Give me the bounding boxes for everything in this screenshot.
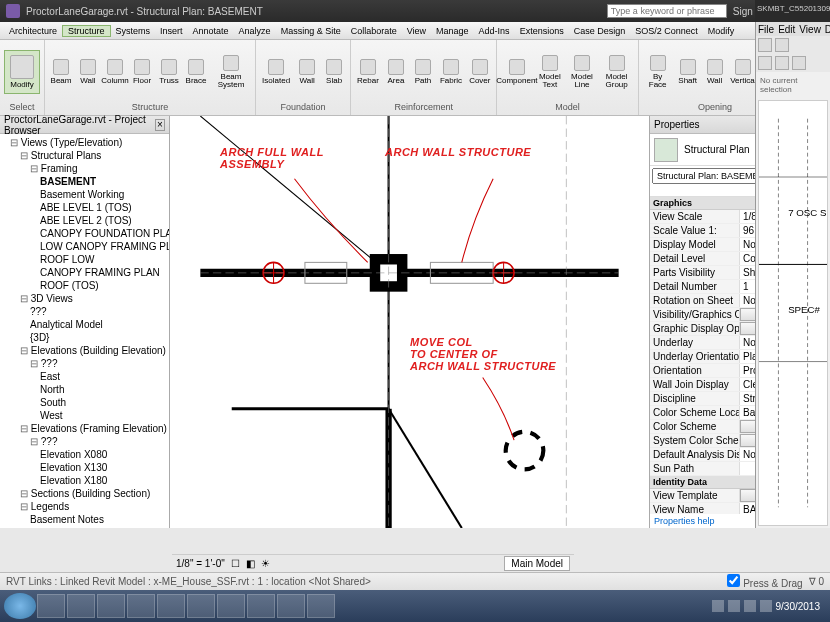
tool-wall[interactable]: Wall (76, 57, 100, 87)
taskbar-item[interactable] (37, 594, 65, 618)
tree-item[interactable]: ??? (2, 305, 167, 318)
menu-tab-modify[interactable]: Modify (703, 26, 740, 36)
tree-item[interactable]: South (2, 396, 167, 409)
tool-beam-system[interactable]: Beam System (211, 53, 251, 91)
tool-column[interactable]: Column (103, 57, 127, 87)
tree-item[interactable]: {3D} (2, 331, 167, 344)
tray-icon[interactable] (744, 600, 756, 612)
tree-item[interactable]: BASEMENT (2, 175, 167, 188)
tree-item[interactable]: Canopy Notes (2, 526, 167, 528)
view-scale[interactable]: 1/8" = 1'-0" (176, 558, 225, 569)
start-button[interactable] (4, 593, 36, 619)
menu-tab-systems[interactable]: Systems (111, 26, 156, 36)
tray-icon[interactable] (712, 600, 724, 612)
menu-tab-view[interactable]: View (402, 26, 431, 36)
tool-modify[interactable]: Modify (4, 50, 40, 94)
menu-tab-casedesign[interactable]: Case Design (569, 26, 631, 36)
view-icon[interactable]: ☀ (261, 558, 270, 569)
menu-tab-collaborate[interactable]: Collaborate (346, 26, 402, 36)
tree-item[interactable]: ROOF (TOS) (2, 279, 167, 292)
tree-item[interactable]: ??? (2, 435, 167, 448)
taskbar-item[interactable] (67, 594, 95, 618)
sec-tool-icon[interactable] (775, 56, 789, 70)
tree-item[interactable]: Sections (Building Section) (2, 487, 167, 500)
tree-item[interactable]: Views (Type/Elevation) (2, 136, 167, 149)
drawing-canvas[interactable]: ARCH FULL WALLASSEMBLY ARCH WALL STRUCTU… (170, 116, 650, 528)
tree-item[interactable]: ??? (2, 357, 167, 370)
sec-tool-icon[interactable] (758, 56, 772, 70)
sec-menu-item[interactable]: File (758, 24, 774, 35)
model-tab[interactable]: Main Model (504, 556, 570, 571)
tool-path[interactable]: Path (411, 57, 435, 87)
tool-wall[interactable]: Wall (295, 57, 319, 87)
taskbar-item[interactable] (277, 594, 305, 618)
secondary-document[interactable]: 7 OSC SHEARWALL SPEC# (758, 100, 828, 526)
view-icon[interactable]: ◧ (246, 558, 255, 569)
tool-cover[interactable]: Cover (467, 57, 492, 87)
tool-floor[interactable]: Floor (130, 57, 154, 87)
menu-tab-analyze[interactable]: Analyze (234, 26, 276, 36)
tool-wall[interactable]: Wall (703, 57, 727, 87)
sec-tool-icon[interactable] (792, 56, 806, 70)
tool-beam[interactable]: Beam (49, 57, 73, 87)
view-icon[interactable]: ☐ (231, 558, 240, 569)
help-search[interactable] (607, 4, 727, 18)
menu-tab-sosconnect[interactable]: SOS/2 Connect (630, 26, 703, 36)
menu-tab-annotate[interactable]: Annotate (188, 26, 234, 36)
tree-item[interactable]: Analytical Model (2, 318, 167, 331)
app-logo[interactable] (6, 4, 20, 18)
tool-model-text[interactable]: Model Text (535, 53, 564, 91)
tree-item[interactable]: 3D Views (2, 292, 167, 305)
filter-count[interactable]: ∇ 0 (809, 576, 824, 587)
tool-shaft[interactable]: Shaft (676, 57, 700, 87)
tool-fabric[interactable]: Fabric (438, 57, 464, 87)
browser-close-button[interactable]: × (155, 119, 165, 131)
taskbar-item[interactable] (307, 594, 335, 618)
menu-tab-insert[interactable]: Insert (155, 26, 188, 36)
taskbar-item[interactable] (127, 594, 155, 618)
tree-item[interactable]: West (2, 409, 167, 422)
tree-item[interactable]: Basement Notes (2, 513, 167, 526)
tree-item[interactable]: Elevation X080 (2, 448, 167, 461)
tree-item[interactable]: Elevation X180 (2, 474, 167, 487)
sec-menu-item[interactable]: View (799, 24, 821, 35)
tree-item[interactable]: ABE LEVEL 2 (TOS) (2, 214, 167, 227)
clock-date[interactable]: 9/30/2013 (776, 601, 821, 612)
sec-menu-item[interactable]: Edit (778, 24, 795, 35)
tool-component[interactable]: Component (501, 57, 532, 87)
menu-tab-addins[interactable]: Add-Ins (474, 26, 515, 36)
tree-item[interactable]: Legends (2, 500, 167, 513)
sec-create-button[interactable] (758, 38, 772, 52)
tool-rebar[interactable]: Rebar (355, 57, 381, 87)
sec-combine-button[interactable] (775, 38, 789, 52)
tool-isolated[interactable]: Isolated (260, 57, 292, 87)
tree-item[interactable]: Elevations (Building Elevation) (2, 344, 167, 357)
tray-icon[interactable] (728, 600, 740, 612)
tree-item[interactable]: CANOPY FOUNDATION PLAN (2, 227, 167, 240)
tree-item[interactable]: ROOF LOW (2, 253, 167, 266)
tool-model-line[interactable]: Model Line (567, 53, 596, 91)
tool-slab[interactable]: Slab (322, 57, 346, 87)
tool-by-face[interactable]: By Face (643, 53, 673, 91)
tool-truss[interactable]: Truss (157, 57, 181, 87)
taskbar-item[interactable] (247, 594, 275, 618)
tree-item[interactable]: ABE LEVEL 1 (TOS) (2, 201, 167, 214)
tree-item[interactable]: Framing (2, 162, 167, 175)
tree-item[interactable]: Structural Plans (2, 149, 167, 162)
sec-menu-item[interactable]: Document (825, 24, 830, 35)
taskbar-item[interactable] (157, 594, 185, 618)
tool-vertical[interactable]: Vertical (730, 57, 757, 87)
tree-item[interactable]: Basement Working (2, 188, 167, 201)
menu-tab-massingsite[interactable]: Massing & Site (276, 26, 346, 36)
tool-model-group[interactable]: Model Group (600, 53, 634, 91)
menu-tab-extensions[interactable]: Extensions (515, 26, 569, 36)
taskbar-item[interactable] (217, 594, 245, 618)
menu-tab-architecture[interactable]: Architecture (4, 26, 62, 36)
tree-item[interactable]: Elevations (Framing Elevation) (2, 422, 167, 435)
tree-item[interactable]: North (2, 383, 167, 396)
tool-area[interactable]: Area (384, 57, 408, 87)
tree-item[interactable]: LOW CANOPY FRAMING PLAN (2, 240, 167, 253)
menu-tab-structure[interactable]: Structure (62, 25, 111, 37)
tool-brace[interactable]: Brace (184, 57, 208, 87)
tree-item[interactable]: Elevation X130 (2, 461, 167, 474)
